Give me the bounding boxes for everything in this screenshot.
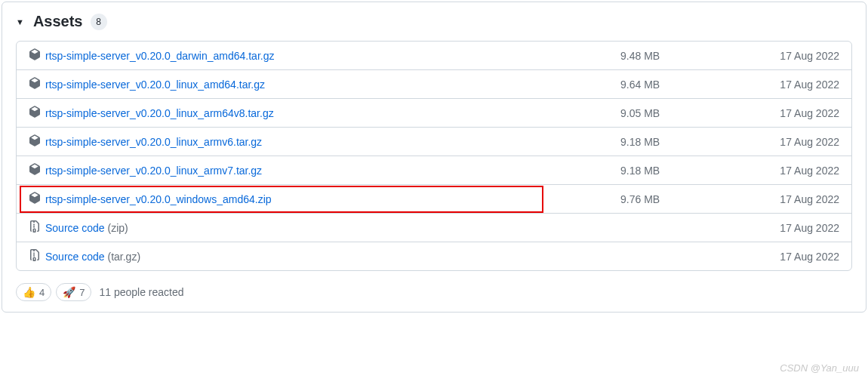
reactions-bar: 👍4🚀7 11 people reacted: [16, 282, 852, 301]
asset-link[interactable]: rtsp-simple-server_v0.20.0_linux_armv7.t…: [45, 165, 262, 177]
asset-row: Source code (zip)17 Aug 2022: [17, 214, 851, 242]
reaction-count: 4: [39, 287, 45, 298]
asset-name-suffix: (zip): [108, 222, 128, 234]
asset-name-cell: Source code (tar.gz): [29, 249, 620, 263]
package-icon: [29, 77, 41, 91]
package-icon: [29, 163, 41, 177]
package-icon: [29, 48, 41, 63]
asset-date: 17 Aug 2022: [756, 222, 839, 234]
asset-size: 9.18 MB: [620, 165, 756, 177]
asset-date: 17 Aug 2022: [756, 79, 839, 91]
reaction-emoji-icon: 🚀: [63, 286, 75, 298]
asset-row: rtsp-simple-server_v0.20.0_linux_armv7.t…: [17, 156, 851, 185]
reactions-summary: 11 people reacted: [99, 286, 183, 298]
asset-link[interactable]: rtsp-simple-server_v0.20.0_linux_amd64.t…: [45, 79, 265, 91]
assets-title: Assets: [33, 13, 83, 30]
asset-name-cell: rtsp-simple-server_v0.20.0_linux_armv7.t…: [29, 163, 620, 177]
reaction-button[interactable]: 🚀7: [56, 283, 91, 301]
asset-size: 9.48 MB: [620, 50, 756, 62]
package-icon: [29, 192, 41, 206]
reaction-count: 7: [79, 287, 85, 298]
asset-date: 17 Aug 2022: [756, 251, 839, 263]
expand-caret-icon: ▼: [16, 17, 24, 26]
reaction-emoji-icon: 👍: [23, 286, 35, 298]
asset-date: 17 Aug 2022: [756, 136, 839, 148]
asset-row: rtsp-simple-server_v0.20.0_linux_amd64.t…: [17, 70, 851, 99]
asset-name-cell: rtsp-simple-server_v0.20.0_darwin_amd64.…: [29, 48, 620, 63]
asset-row: rtsp-simple-server_v0.20.0_windows_amd64…: [17, 185, 851, 214]
release-panel: ▼ Assets 8 rtsp-simple-server_v0.20.0_da…: [2, 2, 866, 313]
asset-date: 17 Aug 2022: [756, 165, 839, 177]
file-zip-icon: [29, 220, 41, 235]
file-zip-icon: [29, 249, 41, 263]
asset-row: rtsp-simple-server_v0.20.0_darwin_amd64.…: [17, 42, 851, 70]
asset-size: 9.64 MB: [620, 79, 756, 91]
package-icon: [29, 106, 41, 120]
assets-count-badge: 8: [91, 14, 107, 30]
asset-link[interactable]: Source code (tar.gz): [45, 251, 140, 263]
asset-name-cell: rtsp-simple-server_v0.20.0_windows_amd64…: [29, 192, 620, 206]
asset-size: 9.76 MB: [620, 193, 756, 205]
asset-date: 17 Aug 2022: [756, 107, 839, 119]
asset-link[interactable]: rtsp-simple-server_v0.20.0_windows_amd64…: [45, 193, 272, 205]
asset-row: rtsp-simple-server_v0.20.0_linux_arm64v8…: [17, 99, 851, 128]
assets-header[interactable]: ▼ Assets 8: [16, 13, 852, 30]
asset-name-suffix: (tar.gz): [108, 251, 141, 263]
asset-date: 17 Aug 2022: [756, 50, 839, 62]
watermark: CSDN @Yan_uuu: [780, 362, 859, 374]
asset-link[interactable]: Source code (zip): [45, 222, 128, 234]
asset-row: Source code (tar.gz)17 Aug 2022: [17, 242, 851, 270]
asset-name-cell: rtsp-simple-server_v0.20.0_linux_amd64.t…: [29, 77, 620, 91]
asset-size: 9.05 MB: [620, 107, 756, 119]
asset-name-cell: rtsp-simple-server_v0.20.0_linux_arm64v8…: [29, 106, 620, 120]
asset-size: 9.18 MB: [620, 136, 756, 148]
asset-link[interactable]: rtsp-simple-server_v0.20.0_linux_arm64v8…: [45, 107, 274, 119]
asset-name-cell: Source code (zip): [29, 220, 620, 235]
asset-name-cell: rtsp-simple-server_v0.20.0_linux_armv6.t…: [29, 134, 620, 149]
package-icon: [29, 134, 41, 149]
asset-link[interactable]: rtsp-simple-server_v0.20.0_darwin_amd64.…: [45, 50, 274, 62]
asset-row: rtsp-simple-server_v0.20.0_linux_armv6.t…: [17, 128, 851, 156]
assets-list: rtsp-simple-server_v0.20.0_darwin_amd64.…: [16, 41, 852, 271]
asset-date: 17 Aug 2022: [756, 193, 839, 205]
asset-link[interactable]: rtsp-simple-server_v0.20.0_linux_armv6.t…: [45, 136, 262, 148]
reaction-button[interactable]: 👍4: [16, 283, 51, 301]
